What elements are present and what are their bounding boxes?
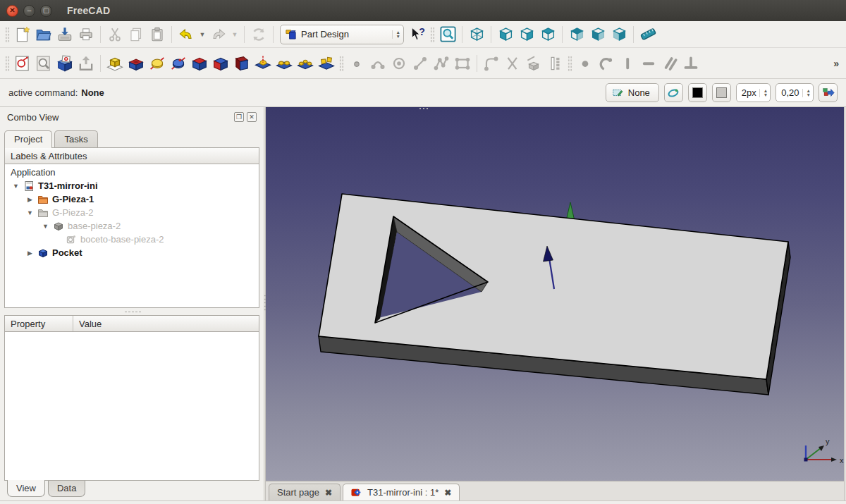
property-table-body[interactable] <box>4 332 259 481</box>
mdi-tab-document[interactable]: T31-mirror-ini : 1* ✖ <box>343 484 460 500</box>
open-document-icon[interactable] <box>33 24 54 45</box>
rectangle-icon[interactable] <box>452 53 473 74</box>
mdi-tab-start-page[interactable]: Start page ✖ <box>269 484 341 500</box>
tab-close-icon[interactable]: ✖ <box>325 488 332 498</box>
tree-item-base-pieza-2[interactable]: ▼ base-pieza-2 <box>5 219 259 233</box>
constraint-perpendicular-icon[interactable] <box>680 53 701 74</box>
face-color-button[interactable] <box>712 83 731 102</box>
panel-close-icon[interactable]: ✕ <box>247 112 257 122</box>
3d-scene[interactable]: x y <box>266 107 844 481</box>
constraint-coincident-icon[interactable] <box>575 53 596 74</box>
cut-icon[interactable] <box>104 24 125 45</box>
pocket-icon[interactable] <box>125 53 147 74</box>
tree-item-g-pieza-1[interactable]: ▶ G-Pieza-1 <box>5 192 259 206</box>
window-minimize-button[interactable]: – <box>23 5 35 17</box>
expander-down-icon[interactable]: ▼ <box>42 223 49 230</box>
line-icon[interactable] <box>410 53 431 74</box>
polyline-icon[interactable] <box>431 53 452 74</box>
line-width-arrows[interactable]: ▲▼ <box>759 89 768 97</box>
toolbar-drag-handle[interactable] <box>568 56 572 71</box>
toolbar-drag-handle[interactable] <box>339 56 344 71</box>
revolution-icon[interactable] <box>147 53 168 74</box>
property-column-header[interactable]: Property <box>5 316 73 331</box>
face-appearance-button[interactable]: None <box>606 83 659 102</box>
color-per-face-button[interactable] <box>819 83 838 102</box>
workbench-selector[interactable]: Part Design ▲▼ <box>280 25 404 44</box>
tree-item-document[interactable]: ▼ T31-mirror-ini <box>5 179 259 192</box>
measure-distance-icon[interactable] <box>637 24 658 45</box>
line-width-spinbox[interactable]: 2px ▲▼ <box>736 83 771 102</box>
tree-item-application[interactable]: Application <box>5 166 259 179</box>
point-size-arrows[interactable]: ▲▼ <box>802 89 811 97</box>
create-sketch-icon[interactable] <box>12 53 33 74</box>
mirrored-icon[interactable] <box>252 53 274 74</box>
tab-close-icon[interactable]: ✖ <box>444 488 451 498</box>
chamfer-icon[interactable] <box>210 53 231 74</box>
toolbar-drag-handle[interactable] <box>5 27 10 42</box>
tab-tasks[interactable]: Tasks <box>54 130 97 147</box>
pad-icon[interactable] <box>104 53 125 74</box>
multi-transform-icon[interactable] <box>316 53 337 74</box>
draft-icon[interactable] <box>231 53 252 74</box>
refresh-icon[interactable] <box>248 24 269 45</box>
toolbar-drag-handle[interactable] <box>5 56 10 71</box>
trim-edge-icon[interactable] <box>502 53 523 74</box>
groove-icon[interactable] <box>168 53 189 74</box>
view-front-icon[interactable] <box>495 24 516 45</box>
fillet-icon[interactable] <box>189 53 210 74</box>
tab-data[interactable]: Data <box>48 481 85 497</box>
copy-icon[interactable] <box>125 24 147 45</box>
undo-icon[interactable] <box>176 24 197 45</box>
toolbar-drag-handle[interactable] <box>430 27 435 42</box>
point-size-spinbox[interactable]: 0,20 ▲▼ <box>776 83 814 102</box>
constraint-horizontal-icon[interactable] <box>638 53 659 74</box>
view-left-icon[interactable] <box>608 24 630 45</box>
tab-view[interactable]: View <box>7 480 45 497</box>
constraint-tangent-icon[interactable] <box>596 53 617 74</box>
arc-icon[interactable] <box>367 53 388 74</box>
view-sketch-icon[interactable] <box>33 53 54 74</box>
undo-dropdown-icon[interactable]: ▼ <box>197 24 208 45</box>
workbench-selector-arrows[interactable]: ▲▼ <box>392 30 400 39</box>
expander-down-icon[interactable]: ▼ <box>12 183 20 190</box>
panel-float-icon[interactable]: ❐ <box>234 112 244 122</box>
tree-item-boceto[interactable]: boceto-base-pieza-2 <box>5 233 259 246</box>
fit-all-icon[interactable] <box>437 24 458 45</box>
tree-property-splitter[interactable] <box>0 308 264 315</box>
construction-mode-icon[interactable] <box>544 53 565 74</box>
3d-viewport[interactable]: x y Start page ✖ T31-mirror-ini : 1* ✖ <box>266 107 844 500</box>
expander-right-icon[interactable]: ▶ <box>26 250 34 257</box>
save-document-icon[interactable] <box>54 24 75 45</box>
new-document-icon[interactable] <box>12 24 33 45</box>
redo-dropdown-icon[interactable]: ▼ <box>229 24 240 45</box>
point-icon[interactable] <box>346 53 367 74</box>
expander-right-icon[interactable]: ▶ <box>26 196 34 203</box>
view-axonometric-icon[interactable] <box>466 24 487 45</box>
value-column-header[interactable]: Value <box>73 319 102 329</box>
toolbar-overflow-button[interactable]: » <box>829 58 843 69</box>
whats-this-icon[interactable]: ? <box>407 24 428 45</box>
leave-sketch-icon[interactable] <box>75 53 97 74</box>
expander-down-icon[interactable]: ▼ <box>26 209 34 216</box>
constraint-vertical-icon[interactable] <box>617 53 638 74</box>
view-rear-icon[interactable] <box>566 24 587 45</box>
view-top-icon[interactable] <box>516 24 537 45</box>
paste-icon[interactable] <box>147 24 168 45</box>
window-close-button[interactable]: ✕ <box>6 5 18 17</box>
print-icon[interactable] <box>75 24 97 45</box>
map-sketch-to-face-icon[interactable] <box>54 53 75 74</box>
window-maximize-button[interactable]: ▢ <box>40 5 52 17</box>
view-bottom-icon[interactable] <box>587 24 608 45</box>
sketch-fillet-icon[interactable] <box>481 53 502 74</box>
redo-icon[interactable] <box>208 24 229 45</box>
draw-style-button[interactable] <box>664 83 683 102</box>
line-color-button[interactable] <box>688 83 707 102</box>
linear-pattern-icon[interactable] <box>274 53 295 74</box>
view-right-icon[interactable] <box>537 24 558 45</box>
circle-icon[interactable] <box>388 53 410 74</box>
polar-pattern-icon[interactable] <box>295 53 316 74</box>
constraint-parallel-icon[interactable] <box>659 53 680 74</box>
external-geometry-icon[interactable] <box>523 53 544 74</box>
tree-item-g-pieza-2[interactable]: ▼ G-Pieza-2 <box>5 206 259 219</box>
part-body[interactable] <box>319 194 790 395</box>
